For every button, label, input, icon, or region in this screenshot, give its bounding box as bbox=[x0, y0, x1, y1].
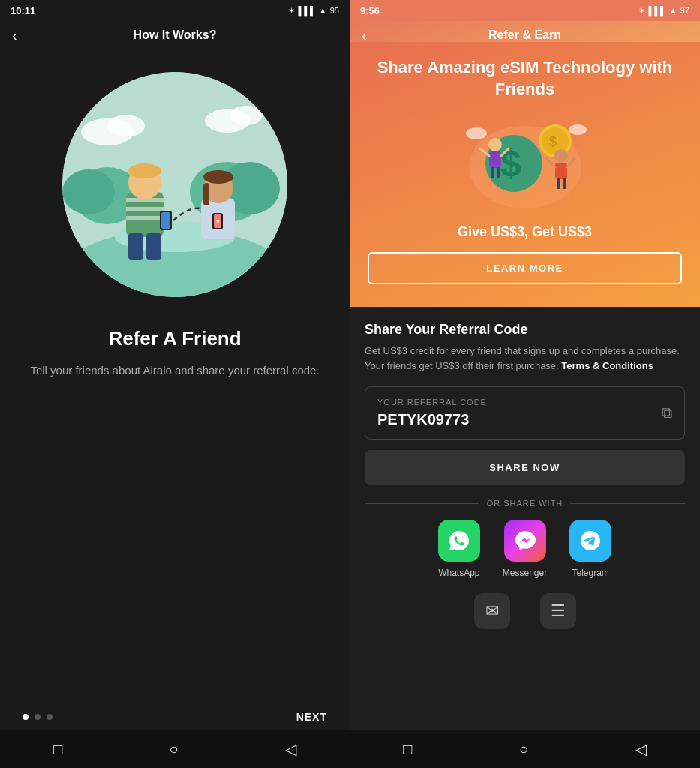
share-app-telegram[interactable]: Telegram bbox=[569, 520, 611, 578]
status-time-left: 10:11 bbox=[11, 5, 35, 16]
hero-headline: Share Amazing eSIM Technology with Frien… bbox=[368, 57, 682, 100]
share-description: Get US$3 credit for every friend that si… bbox=[365, 344, 685, 373]
back-nav-left[interactable]: ◁ bbox=[285, 740, 296, 758]
nav-bar-left: □ ○ ◁ bbox=[0, 730, 350, 768]
svg-point-23 bbox=[203, 170, 233, 184]
right-screen-title: Refer & Earn bbox=[488, 28, 561, 42]
home-icon-left[interactable]: □ bbox=[53, 741, 62, 758]
svg-rect-37 bbox=[497, 167, 500, 178]
svg-rect-43 bbox=[563, 178, 566, 189]
share-now-button[interactable]: SHARE NOW bbox=[365, 450, 685, 485]
illustration-svg: ♥ bbox=[62, 72, 287, 297]
svg-rect-20 bbox=[161, 212, 170, 229]
divider-line-right bbox=[570, 503, 685, 504]
svg-point-46 bbox=[466, 128, 487, 140]
status-time-right: 9:56 bbox=[360, 5, 380, 16]
illustration-circle: ♥ bbox=[62, 72, 287, 297]
left-screen-title: How It Works? bbox=[134, 28, 217, 42]
share-app-whatsapp[interactable]: WhatsApp bbox=[438, 520, 480, 578]
learn-more-button[interactable]: LEARN MORE bbox=[368, 252, 682, 284]
referral-code-content: YOUR REFERRAL CODE PETYK09773 bbox=[377, 398, 487, 428]
bluetooth-icon: ✶ bbox=[288, 6, 295, 16]
signal-icon: ▌▌▌ bbox=[298, 6, 315, 15]
whatsapp-svg bbox=[448, 530, 470, 552]
or-share-label: OR SHARE WITH bbox=[487, 499, 563, 508]
svg-point-4 bbox=[230, 106, 263, 125]
pagination-dots bbox=[23, 714, 53, 720]
svg-point-34 bbox=[488, 138, 502, 152]
left-header: ‹ How It Works? bbox=[0, 21, 350, 50]
status-icons-right: ✶ ▌▌▌ ▲ 97 bbox=[638, 6, 689, 16]
home-button-left[interactable]: ○ bbox=[169, 741, 178, 758]
svg-rect-36 bbox=[491, 167, 494, 178]
terms-link[interactable]: Terms & Conditions bbox=[561, 360, 653, 371]
svg-point-47 bbox=[569, 124, 587, 135]
hero-section: Share Amazing eSIM Technology with Frien… bbox=[350, 42, 700, 307]
svg-rect-41 bbox=[555, 163, 567, 179]
or-share-divider: OR SHARE WITH bbox=[365, 499, 685, 508]
next-button[interactable]: NEXT bbox=[296, 711, 327, 723]
content-section: Share Your Referral Code Get US$3 credit… bbox=[350, 307, 700, 730]
dot-3 bbox=[47, 714, 53, 720]
svg-text:♥: ♥ bbox=[216, 218, 220, 225]
svg-rect-35 bbox=[489, 152, 501, 168]
wifi-icon: ▲ bbox=[319, 6, 327, 15]
messenger-label: Messenger bbox=[503, 568, 547, 578]
svg-point-8 bbox=[62, 170, 115, 214]
dot-1 bbox=[23, 714, 29, 720]
svg-rect-14 bbox=[126, 216, 164, 220]
bluetooth-icon-right: ✶ bbox=[638, 6, 645, 16]
hero-give-get: Give US$3, Get US$3 bbox=[368, 224, 682, 240]
share-app-messenger[interactable]: Messenger bbox=[503, 520, 547, 578]
referral-label: YOUR REFERRAL CODE bbox=[377, 398, 487, 406]
status-icons-left: ✶ ▌▌▌ ▲ 95 bbox=[288, 6, 339, 16]
whatsapp-icon bbox=[438, 520, 480, 562]
svg-rect-13 bbox=[126, 207, 164, 211]
sms-icon[interactable]: ☰ bbox=[540, 593, 576, 629]
battery-icon: 95 bbox=[330, 6, 339, 15]
back-nav-right[interactable]: ◁ bbox=[635, 740, 647, 758]
svg-rect-18 bbox=[146, 233, 161, 260]
svg-point-16 bbox=[128, 164, 161, 178]
svg-point-2 bbox=[107, 115, 145, 137]
telegram-icon bbox=[569, 520, 611, 562]
share-title: Share Your Referral Code bbox=[365, 322, 685, 338]
back-button-left[interactable]: ‹ bbox=[12, 27, 17, 44]
wifi-icon-right: ▲ bbox=[669, 6, 677, 15]
status-bar-left: 10:11 ✶ ▌▌▌ ▲ 95 bbox=[0, 0, 350, 21]
telegram-svg bbox=[579, 530, 602, 552]
nav-bar-right: □ ○ ◁ bbox=[350, 730, 700, 768]
divider-line-left bbox=[365, 503, 479, 504]
referral-code-box: YOUR REFERRAL CODE PETYK09773 ⧉ bbox=[365, 386, 685, 440]
telegram-label: Telegram bbox=[572, 568, 609, 578]
back-button-right[interactable]: ‹ bbox=[362, 27, 367, 44]
email-icon[interactable]: ✉ bbox=[474, 593, 510, 629]
share-apps-row: WhatsApp Messenger Telegram bbox=[365, 520, 685, 578]
home-button-right[interactable]: ○ bbox=[519, 741, 528, 758]
right-header: ‹ Refer & Earn bbox=[350, 21, 700, 42]
battery-icon-right: 97 bbox=[680, 6, 689, 15]
svg-text:$: $ bbox=[549, 134, 557, 149]
svg-point-40 bbox=[554, 149, 568, 163]
referral-code: PETYK09773 bbox=[377, 411, 469, 428]
hero-illustration: $ $ bbox=[458, 115, 593, 212]
whatsapp-label: WhatsApp bbox=[438, 568, 479, 578]
refer-title: Refer A Friend bbox=[30, 327, 319, 350]
copy-icon[interactable]: ⧉ bbox=[662, 404, 672, 422]
svg-rect-17 bbox=[128, 233, 143, 260]
svg-text:$: $ bbox=[500, 142, 521, 184]
more-apps-row: ✉ ☰ bbox=[365, 593, 685, 629]
left-bottom: Refer A Friend Tell your friends about A… bbox=[8, 327, 341, 380]
recent-apps-icon-right[interactable]: □ bbox=[403, 741, 412, 758]
messenger-icon bbox=[504, 520, 546, 562]
svg-rect-42 bbox=[557, 178, 560, 189]
left-panel: 10:11 ✶ ▌▌▌ ▲ 95 ‹ How It Works? bbox=[0, 0, 350, 768]
hero-svg: $ $ bbox=[458, 115, 593, 212]
svg-rect-24 bbox=[203, 183, 209, 206]
dot-2 bbox=[35, 714, 41, 720]
refer-description: Tell your friends about Airalo and share… bbox=[30, 362, 319, 380]
pagination-next-container: NEXT bbox=[0, 711, 350, 723]
right-panel: 9:56 ✶ ▌▌▌ ▲ 97 ‹ Refer & Earn Share Ama… bbox=[350, 0, 700, 768]
status-bar-right: 9:56 ✶ ▌▌▌ ▲ 97 bbox=[350, 0, 700, 21]
messenger-svg bbox=[514, 530, 536, 552]
